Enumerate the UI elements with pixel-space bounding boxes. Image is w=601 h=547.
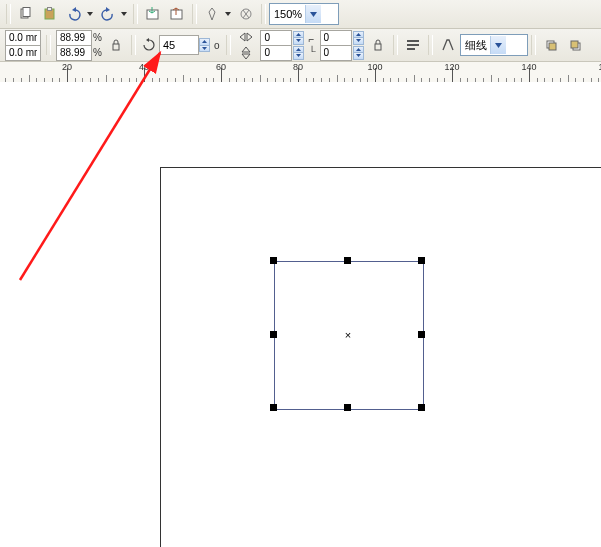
handle-nw[interactable] xyxy=(270,257,277,264)
spin-up-icon[interactable] xyxy=(353,31,364,39)
redo-icon[interactable] xyxy=(97,3,119,25)
scale-x-field[interactable] xyxy=(56,30,92,46)
rotation-input[interactable] xyxy=(163,39,195,51)
x-position-field[interactable] xyxy=(5,30,41,46)
ruler-label: 100 xyxy=(367,62,382,72)
skew-y-field[interactable] xyxy=(260,45,292,61)
svg-rect-3 xyxy=(48,8,52,11)
rotation-icon xyxy=(140,34,158,56)
spin-up-icon[interactable] xyxy=(293,46,304,54)
export-icon[interactable] xyxy=(166,3,188,25)
welcome-icon[interactable] xyxy=(235,3,257,25)
toolbar-grip xyxy=(131,35,136,55)
spin-down-icon[interactable] xyxy=(199,46,210,53)
handle-ne[interactable] xyxy=(418,257,425,264)
undo-icon[interactable] xyxy=(63,3,85,25)
scale-y-input[interactable] xyxy=(60,47,88,58)
corner2-spinner[interactable] xyxy=(353,46,364,60)
bracket-bottom-icon: └ xyxy=(308,46,315,57)
position-group xyxy=(5,30,41,60)
ruler-label: 80 xyxy=(293,62,303,72)
toolbar-top: 150% xyxy=(0,0,601,29)
zoom-combo[interactable]: 150% xyxy=(269,3,339,25)
app-launcher-dropdown[interactable] xyxy=(224,4,232,24)
to-front-icon[interactable] xyxy=(540,34,562,56)
skew-x-input[interactable] xyxy=(264,32,282,43)
mirror-group xyxy=(236,30,256,60)
y-position-field[interactable] xyxy=(5,45,41,61)
corner2-field[interactable] xyxy=(320,45,352,61)
corner2-input[interactable] xyxy=(324,47,342,58)
toolbar-grip xyxy=(226,35,231,55)
paste-icon[interactable] xyxy=(39,3,61,25)
spin-up-icon[interactable] xyxy=(199,38,210,46)
spin-up-icon[interactable] xyxy=(353,46,364,54)
toolbar-grip xyxy=(46,35,51,55)
lock-corner-icon[interactable] xyxy=(367,34,389,56)
import-icon[interactable] xyxy=(142,3,164,25)
rotation-unit: o xyxy=(214,40,220,51)
handle-s[interactable] xyxy=(344,404,351,411)
skew-y-input[interactable] xyxy=(264,47,282,58)
handle-se[interactable] xyxy=(418,404,425,411)
handle-n[interactable] xyxy=(344,257,351,264)
svg-line-16 xyxy=(20,53,160,280)
spin-down-icon[interactable] xyxy=(293,38,304,45)
spin-up-icon[interactable] xyxy=(293,31,304,39)
lock-ratio-icon[interactable] xyxy=(105,34,127,56)
chevron-down-icon[interactable] xyxy=(490,36,506,54)
spin-down-icon[interactable] xyxy=(293,53,304,60)
selection-center-icon: × xyxy=(345,329,351,341)
handle-e[interactable] xyxy=(418,331,425,338)
redo-dropdown[interactable] xyxy=(120,4,128,24)
toolbar-grip xyxy=(192,4,197,24)
corner-group xyxy=(320,30,364,60)
canvas-area[interactable]: × xyxy=(0,82,601,547)
handle-sw[interactable] xyxy=(270,404,277,411)
toolbar-grip xyxy=(393,35,398,55)
scale-unit: % xyxy=(93,32,102,43)
spin-down-icon[interactable] xyxy=(353,53,364,60)
skew-x-spinner[interactable] xyxy=(293,31,304,45)
y-position-input[interactable] xyxy=(9,47,37,58)
outline-pen-icon[interactable] xyxy=(437,34,459,56)
chevron-down-icon[interactable] xyxy=(305,5,321,23)
svg-rect-1 xyxy=(23,8,30,17)
scale-x-input[interactable] xyxy=(60,32,88,43)
mirror-horizontal-icon[interactable] xyxy=(237,30,255,45)
spin-down-icon[interactable] xyxy=(353,38,364,45)
corner-bracket-icons: ⌐ └ xyxy=(308,30,315,60)
bracket-top-icon: ⌐ xyxy=(308,34,315,45)
svg-rect-15 xyxy=(571,41,578,48)
svg-rect-11 xyxy=(407,48,415,50)
svg-rect-13 xyxy=(549,43,556,50)
corner1-input[interactable] xyxy=(324,32,342,43)
skew-y-spinner[interactable] xyxy=(293,46,304,60)
ruler-label: 120 xyxy=(444,62,459,72)
ruler-label: 60 xyxy=(216,62,226,72)
toolbar-grip xyxy=(531,35,536,55)
copy-icon[interactable] xyxy=(15,3,37,25)
scale-group: % % xyxy=(56,30,102,60)
to-back-icon[interactable] xyxy=(564,34,586,56)
outline-width-combo[interactable]: 细线 xyxy=(460,34,528,56)
scale-y-field[interactable] xyxy=(56,45,92,61)
ruler-label: 20 xyxy=(62,62,72,72)
x-position-input[interactable] xyxy=(9,32,37,43)
svg-rect-8 xyxy=(375,44,381,50)
property-bar: % % o xyxy=(0,29,601,62)
scale-unit: % xyxy=(93,47,102,58)
mirror-vertical-icon[interactable] xyxy=(237,46,255,61)
undo-dropdown[interactable] xyxy=(86,4,94,24)
rotation-spinner[interactable] xyxy=(199,38,210,52)
skew-x-field[interactable] xyxy=(260,30,292,46)
toolbar-grip xyxy=(133,4,138,24)
rotation-field[interactable] xyxy=(159,35,199,55)
handle-w[interactable] xyxy=(270,331,277,338)
app-launcher-icon[interactable] xyxy=(201,3,223,25)
toolbar-grip xyxy=(428,35,433,55)
corner1-spinner[interactable] xyxy=(353,31,364,45)
ruler-label: 40 xyxy=(139,62,149,72)
corner1-field[interactable] xyxy=(320,30,352,46)
text-wrap-icon[interactable] xyxy=(402,34,424,56)
